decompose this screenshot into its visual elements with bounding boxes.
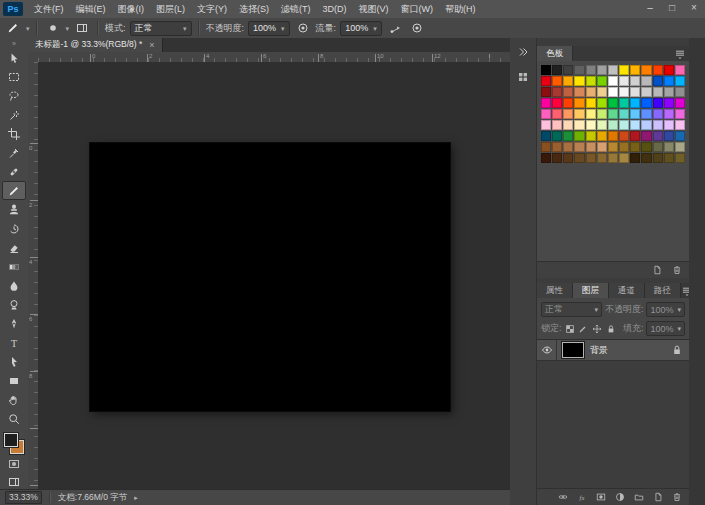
color-swatch[interactable]: [552, 65, 562, 75]
toolbar-grip[interactable]: »: [12, 39, 16, 48]
color-swatch[interactable]: [552, 76, 562, 86]
color-swatch[interactable]: [630, 109, 640, 119]
color-swatch[interactable]: [563, 98, 573, 108]
color-swatch[interactable]: [641, 120, 651, 130]
eyedropper-tool[interactable]: [2, 143, 26, 162]
color-swatch[interactable]: [597, 142, 607, 152]
gradient-tool[interactable]: [2, 257, 26, 276]
lock-image-pixels-button[interactable]: [578, 322, 589, 335]
color-swatch[interactable]: [608, 153, 618, 163]
color-swatch[interactable]: [541, 76, 551, 86]
color-swatch[interactable]: [608, 109, 618, 119]
brush-tool[interactable]: [2, 181, 26, 200]
fill-dropdown[interactable]: 100% ▾: [646, 321, 685, 336]
color-swatch[interactable]: [653, 142, 663, 152]
tab-paths[interactable]: 路径: [645, 283, 681, 298]
dodge-tool[interactable]: [2, 295, 26, 314]
color-swatch[interactable]: [641, 142, 651, 152]
clone-stamp-tool[interactable]: [2, 200, 26, 219]
color-swatch[interactable]: [664, 109, 674, 119]
blur-tool[interactable]: [2, 276, 26, 295]
tab-close-icon[interactable]: ×: [149, 41, 154, 50]
color-swatch[interactable]: [597, 120, 607, 130]
color-swatch[interactable]: [630, 76, 640, 86]
collapse-dock-button[interactable]: [514, 44, 532, 59]
layer-style-button[interactable]: fx: [574, 491, 589, 504]
color-swatch[interactable]: [641, 131, 651, 141]
size-pressure-button[interactable]: [408, 20, 426, 36]
color-swatch[interactable]: [586, 65, 596, 75]
color-swatch[interactable]: [675, 98, 685, 108]
color-swatch[interactable]: [664, 87, 674, 97]
color-swatch[interactable]: [619, 65, 629, 75]
color-swatch[interactable]: [574, 142, 584, 152]
color-swatch[interactable]: [653, 76, 663, 86]
color-swatch[interactable]: [586, 87, 596, 97]
mode-dropdown[interactable]: 正常 ▾: [130, 21, 192, 36]
document-tab[interactable]: 未标题-1 @ 33.3%(RGB/8) * ×: [28, 38, 163, 52]
color-swatch[interactable]: [574, 98, 584, 108]
color-swatch[interactable]: [608, 142, 618, 152]
color-swatch[interactable]: [552, 142, 562, 152]
tab-layers[interactable]: 图层: [573, 283, 609, 298]
color-swatch[interactable]: [541, 142, 551, 152]
screen-mode-button[interactable]: [2, 474, 26, 490]
shape-tool[interactable]: [2, 371, 26, 390]
color-swatch[interactable]: [630, 153, 640, 163]
magic-wand-tool[interactable]: [2, 105, 26, 124]
tab-swatches[interactable]: 色板: [537, 46, 573, 61]
tab-channels[interactable]: 通道: [609, 283, 645, 298]
color-swatch[interactable]: [574, 76, 584, 86]
color-swatch[interactable]: [608, 98, 618, 108]
menu-edit[interactable]: 编辑(E): [70, 1, 112, 18]
lasso-tool[interactable]: [2, 86, 26, 105]
layer-opacity-dropdown[interactable]: 100% ▾: [646, 302, 685, 317]
eraser-tool[interactable]: [2, 238, 26, 257]
menu-3d[interactable]: 3D(D): [317, 1, 353, 18]
color-swatch[interactable]: [653, 120, 663, 130]
color-swatch[interactable]: [541, 120, 551, 130]
menu-window[interactable]: 窗口(W): [395, 1, 440, 18]
color-swatch[interactable]: [653, 109, 663, 119]
color-swatch[interactable]: [675, 120, 685, 130]
color-swatch[interactable]: [619, 109, 629, 119]
crop-tool[interactable]: [2, 124, 26, 143]
color-swatch[interactable]: [541, 98, 551, 108]
color-swatch[interactable]: [597, 153, 607, 163]
color-swatch[interactable]: [619, 142, 629, 152]
status-menu-arrow[interactable]: ▸: [134, 494, 138, 502]
pen-tool[interactable]: [2, 314, 26, 333]
color-swatch[interactable]: [597, 65, 607, 75]
lock-position-button[interactable]: [592, 322, 603, 335]
color-swatch[interactable]: [574, 153, 584, 163]
color-swatch[interactable]: [586, 120, 596, 130]
color-swatch[interactable]: [664, 142, 674, 152]
color-swatch[interactable]: [653, 153, 663, 163]
color-swatch[interactable]: [641, 153, 651, 163]
color-swatch[interactable]: [563, 65, 573, 75]
document-canvas[interactable]: [90, 143, 450, 411]
color-swatch[interactable]: [675, 131, 685, 141]
color-swatch[interactable]: [630, 87, 640, 97]
color-swatch[interactable]: [675, 153, 685, 163]
color-swatch[interactable]: [597, 109, 607, 119]
color-swatch[interactable]: [630, 142, 640, 152]
menu-image[interactable]: 图像(I): [112, 1, 151, 18]
color-swatch[interactable]: [608, 65, 618, 75]
color-swatch[interactable]: [675, 65, 685, 75]
color-swatch[interactable]: [608, 131, 618, 141]
menu-type[interactable]: 文字(Y): [191, 1, 233, 18]
color-swatch[interactable]: [541, 153, 551, 163]
color-swatch[interactable]: [641, 76, 651, 86]
healing-brush-tool[interactable]: [2, 162, 26, 181]
layer-row[interactable]: 背景: [537, 340, 689, 361]
new-swatch-button[interactable]: [649, 264, 664, 277]
color-swatch[interactable]: [563, 120, 573, 130]
menu-view[interactable]: 视图(V): [353, 1, 395, 18]
close-button[interactable]: ×: [683, 0, 705, 18]
color-swatch[interactable]: [664, 65, 674, 75]
tool-preset-arrow[interactable]: ▾: [26, 25, 30, 32]
color-swatch[interactable]: [619, 120, 629, 130]
color-swatch[interactable]: [675, 87, 685, 97]
quick-mask-button[interactable]: [2, 456, 26, 472]
